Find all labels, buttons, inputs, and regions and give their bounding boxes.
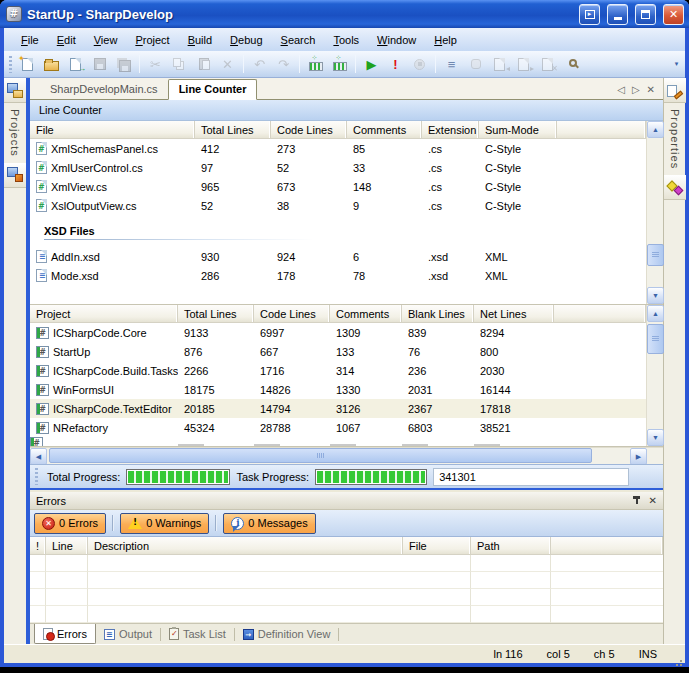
tab-scroll-right-icon[interactable]: ▷ [632, 84, 640, 95]
properties-tab-label[interactable]: Properties [669, 103, 681, 175]
delete-button[interactable]: ✕ [216, 53, 239, 75]
menu-edit[interactable]: Edit [48, 31, 85, 49]
tab-errors[interactable]: Errors [34, 624, 96, 644]
run-button[interactable]: ▶ [360, 53, 383, 75]
scrollbar-thumb[interactable] [647, 324, 664, 354]
table-row[interactable]: AddIn.xsd 930924 6.xsd XML [30, 247, 646, 266]
col-blank[interactable]: Blank Lines [402, 305, 474, 322]
messages-filter-button[interactable]: i 0 Messages [223, 513, 315, 534]
scroll-up-icon[interactable]: ▲ [647, 121, 664, 138]
col-severity[interactable]: ! [30, 537, 46, 554]
tab-definition-view[interactable]: → Definition View [235, 624, 339, 644]
toolbar-grip[interactable] [9, 56, 12, 73]
save-button[interactable] [88, 53, 111, 75]
new-file-button[interactable]: ✦ [16, 53, 39, 75]
menu-debug[interactable]: Debug [221, 31, 271, 49]
table-row[interactable]: XslOutputView.cs 5238 9.cs C-Style [30, 196, 646, 215]
tab-close-icon[interactable]: ✕ [647, 84, 655, 95]
redo-button[interactable]: ↷ [272, 53, 295, 75]
col-code[interactable]: Code Lines [254, 305, 330, 322]
minimize-button[interactable] [607, 4, 628, 25]
projects-tab[interactable] [4, 78, 26, 103]
stop-button[interactable] [408, 53, 431, 75]
save-all-button[interactable] [112, 53, 135, 75]
col-net[interactable]: Net Lines [474, 305, 554, 322]
scrollbar-thumb[interactable] [647, 244, 664, 266]
progress-toolbar-grip[interactable] [35, 468, 38, 485]
toolbox-tab[interactable] [664, 175, 686, 200]
table-row[interactable]: ICSharpCode.Build.Tasks 22661716 314236 … [30, 361, 646, 380]
table-row[interactable]: StartUp 876667 13376 800 [30, 342, 646, 361]
paste-button[interactable] [192, 53, 215, 75]
col-line[interactable]: Line [46, 537, 88, 554]
abort-button[interactable]: ! [384, 53, 407, 75]
pin-icon[interactable] [632, 496, 641, 505]
menu-help[interactable]: Help [425, 31, 466, 49]
menu-project[interactable]: Project [126, 31, 178, 49]
open-file-button[interactable] [40, 53, 63, 75]
search-button[interactable] [560, 53, 583, 75]
table-row[interactable]: NRefactory 4532428788 10676803 38521 [30, 418, 646, 437]
col-code[interactable]: Code Lines [271, 121, 347, 138]
close-button[interactable]: ✕ [663, 4, 684, 25]
scroll-down-icon[interactable]: ▼ [647, 429, 664, 446]
build-button[interactable] [304, 53, 327, 75]
project-table-scrollbar[interactable]: ▲ ▼ [646, 305, 663, 446]
col-total[interactable]: Total Lines [178, 305, 254, 322]
toolbar-overflow-button[interactable]: ▾ [672, 62, 681, 66]
scroll-right-icon[interactable]: ▶ [630, 448, 647, 465]
menu-window[interactable]: Window [368, 31, 425, 49]
tab-line-counter[interactable]: Line Counter [168, 79, 258, 100]
errors-filter-button[interactable]: ✕ 0 Errors [34, 513, 106, 534]
menu-file[interactable]: File [12, 31, 48, 49]
scroll-up-icon[interactable]: ▲ [647, 305, 664, 322]
scrollbar-thumb[interactable] [49, 448, 592, 463]
table-row[interactable]: ICSharpCode.Core 91336997 1309839 8294 [30, 323, 646, 342]
cut-button[interactable]: ✂ [144, 53, 167, 75]
tab-output[interactable]: ≡ Output [96, 624, 160, 644]
maximize-button[interactable] [635, 4, 656, 25]
detach-window-button[interactable]: ▸ [579, 4, 600, 25]
tab-scroll-left-icon[interactable]: ◁ [617, 84, 625, 95]
titlebar[interactable]: # StartUp - SharpDevelop ▸ ✕ [0, 0, 689, 28]
warnings-filter-button[interactable]: 0 Warnings [120, 513, 209, 534]
table-row[interactable]: XmlView.cs 965673 148.cs C-Style [30, 177, 646, 196]
col-file[interactable]: File [403, 537, 471, 554]
table-row-highlighted[interactable]: ICSharpCode.TextEditor 2018514794 312623… [30, 399, 646, 418]
table-row[interactable]: XmlSchemasPanel.cs 412273 85.cs C-Style [30, 139, 646, 158]
scroll-down-icon[interactable]: ▼ [647, 287, 664, 304]
col-path[interactable]: Path [471, 537, 551, 554]
prev-bookmark-button[interactable]: ◂ [488, 53, 511, 75]
rebuild-button[interactable] [328, 53, 351, 75]
table-row-clipped[interactable] [30, 437, 646, 446]
errors-panel-titlebar[interactable]: Errors ✕ [30, 492, 663, 510]
projects-tab-label[interactable]: Projects [9, 103, 21, 163]
col-project[interactable]: Project [30, 305, 178, 322]
undo-button[interactable]: ↶ [248, 53, 271, 75]
col-file[interactable]: File [30, 121, 195, 138]
bookmark-button[interactable] [464, 53, 487, 75]
open-project-button[interactable]: → [64, 53, 87, 75]
classes-tab[interactable] [4, 163, 26, 188]
menu-search[interactable]: Search [272, 31, 325, 49]
menu-build[interactable]: Build [179, 31, 221, 49]
horizontal-scrollbar[interactable]: ◀ ▶ [30, 447, 663, 464]
menu-view[interactable]: View [85, 31, 127, 49]
col-comments[interactable]: Comments [347, 121, 422, 138]
table-row[interactable]: WinFormsUI 1817514826 13302031 16144 [30, 380, 646, 399]
errors-close-icon[interactable]: ✕ [649, 495, 657, 506]
copy-button[interactable] [168, 53, 191, 75]
col-total[interactable]: Total Lines [195, 121, 271, 138]
col-description[interactable]: Description [88, 537, 403, 554]
col-comments[interactable]: Comments [330, 305, 402, 322]
file-table-scrollbar[interactable]: ▲ ▼ [646, 121, 663, 304]
tab-sharpdevelopmain[interactable]: SharpDevelopMain.cs [40, 80, 168, 99]
table-row[interactable]: Mode.xsd 286178 78.xsd XML [30, 266, 646, 285]
menu-tools[interactable]: Tools [324, 31, 368, 49]
scroll-left-icon[interactable]: ◀ [30, 448, 47, 465]
table-row[interactable]: XmlUserControl.cs 9752 33.cs C-Style [30, 158, 646, 177]
list-button[interactable]: ≡ [440, 53, 463, 75]
clear-bookmarks-button[interactable]: ✕ [536, 53, 559, 75]
col-summode[interactable]: Sum-Mode [479, 121, 557, 138]
next-bookmark-button[interactable]: ▸ [512, 53, 535, 75]
